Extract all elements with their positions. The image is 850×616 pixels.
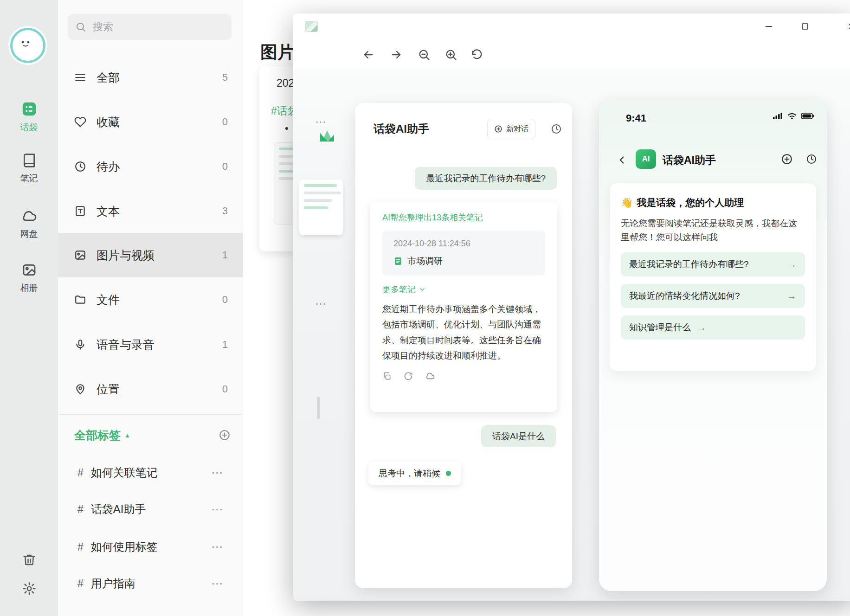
arrow-right-icon: → [787,259,797,270]
history-icon [806,154,817,165]
more-icon[interactable]: ⋯ [211,502,224,517]
clock-icon [74,160,86,173]
hash-icon: # [77,578,84,590]
suggestion-button: 知识管理是什么 → [621,315,805,340]
huadai-app-icon [21,101,37,117]
scrollbar-thumb [317,397,320,419]
search-input[interactable] [92,20,219,33]
maximize-button[interactable] [797,18,813,35]
suggestion-label: 我最近的情绪变化情况如何? [629,290,740,302]
cloud-icon [21,208,37,224]
note-doc-icon [393,257,403,266]
sidebar-item-audio[interactable]: 语音与录音 1 [58,322,243,367]
sidebar-item-images-videos[interactable]: 图片与视频 1 [58,233,243,277]
more-icon[interactable]: ⋯ [211,540,224,554]
viewer-titlebar[interactable] [293,13,850,39]
more-icon[interactable]: ⋯ [211,577,224,591]
hash-icon: # [77,541,84,553]
ai-response-card: AI帮您整理出13条相关笔记 2024-10-28 11:24:56 市场调研 … [370,202,557,412]
ai-answer-text: 您近期工作待办事项涵盖多个关键领域，包括市场调研、优化计划、与团队沟通需求、制定… [382,302,545,364]
tag-label: 话袋AI助手 [91,502,146,517]
tag-label: 如何使用标签 [91,539,158,554]
promo-app-logo [318,128,336,148]
welcome-card: 👋我是话袋，您的个人助理 无论您需要阅读笔记还是获取灵感，我都在这里帮您！您可以… [610,183,816,371]
tags-header-label: 全部标签 [74,428,121,443]
sidebar-item-count: 0 [222,383,228,395]
sidebar-item-label: 文件 [97,292,120,308]
tag-item[interactable]: # 话袋AI助手 ⋯ [58,491,243,528]
tag-item[interactable]: # 如何关联笔记 ⋯ [58,454,243,491]
related-note-card: 2024-10-28 11:24:56 市场调研 [382,231,545,276]
sidebar-item-text[interactable]: 文本 3 [58,189,243,233]
sidebar-item-label: 图片与视频 [97,248,155,263]
sidebar-item-count: 0 [222,116,228,128]
viewer-image: ⋯ ⋯ 话袋AI助手 新对话 [293,69,850,601]
sidebar-item-files[interactable]: 文件 0 [58,277,243,322]
search-icon [75,21,86,32]
rail-item-huadai[interactable]: 话袋 [0,101,58,134]
user-message: 话袋AI是什么 [481,425,556,447]
avatar[interactable] [10,28,45,63]
rail-item-label: 笔记 [0,173,58,185]
tag-item[interactable]: # 用户指南 ⋯ [58,565,243,602]
rail-item-cloud-disk[interactable]: 网盘 [0,208,58,240]
more-icon[interactable]: ⋯ [211,466,224,480]
zoom-out-icon[interactable] [417,48,431,62]
sidebar-divider [58,414,243,415]
tag-item[interactable]: # 如何使用标签 ⋯ [58,528,243,565]
sidebar-item-label: 收藏 [97,115,120,130]
related-note-title: 市场调研 [407,255,443,267]
zoom-in-icon[interactable] [444,48,458,62]
rail-item-notes[interactable]: 笔记 [0,153,58,185]
settings-button[interactable] [0,582,58,597]
promo-desktop-chat: 话袋AI助手 新对话 最近我记录的工作待办有哪些? AI帮您整理出13条相关笔记… [355,103,572,588]
sidebar-item-count: 3 [222,205,228,217]
note-list-thumbnail [299,180,343,235]
arrow-right-icon: → [696,322,706,333]
sidebar-item-all[interactable]: 全部 5 [58,55,243,100]
sidebar-item-favorites[interactable]: 收藏 0 [58,100,243,144]
sidebar-item-count: 5 [222,71,228,83]
close-button[interactable] [843,18,850,35]
status-icons [773,112,815,120]
chevron-left-icon [616,154,628,166]
wave-emoji: 👋 [621,197,633,208]
user-message: 最近我记录的工作待办有哪些? [415,167,557,190]
viewer-toolbar [293,39,850,69]
signal-icon [773,112,783,120]
sidebar-item-location[interactable]: 位置 0 [58,367,243,411]
arrow-right-icon: → [787,290,797,302]
ai-badge: AI [636,149,656,169]
album-icon [22,263,37,277]
sidebar-item-todo[interactable]: 待办 0 [58,144,243,189]
more-icon: ⋯ [315,116,327,128]
sidebar-item-count: 1 [222,339,228,351]
suggestion-button: 我最近的情绪变化情况如何? → [621,284,805,308]
rail-item-album[interactable]: 相册 [0,263,58,294]
hash-icon: # [77,503,84,516]
tags-header[interactable]: 全部标签 ▲ [58,420,243,450]
suggestion-label: 知识管理是什么 [629,321,691,334]
thinking-label: 思考中，请稍候 [379,468,440,480]
tag-label: 如何关联笔记 [91,465,158,480]
sidebar-item-count: 0 [222,294,228,306]
trash-button[interactable] [0,553,58,569]
status-dot [446,471,451,476]
welcome-body: 无论您需要阅读笔记还是获取灵感，我都在这里帮您！您可以这样问我 [621,217,805,245]
text-doc-icon [74,205,86,217]
more-icon: ⋯ [315,297,327,310]
search-box[interactable] [68,14,232,40]
minimize-button[interactable] [760,18,777,35]
sidebar-item-label: 位置 [97,382,120,397]
forward-icon[interactable] [389,48,403,62]
folder-icon [74,294,86,306]
rail-item-label: 相册 [0,282,58,294]
add-tag-button[interactable] [219,429,231,441]
related-note-date: 2024-10-28 11:24:56 [393,239,534,249]
tag-label: 用户指南 [91,576,135,591]
menu-icon [74,71,86,83]
rotate-icon[interactable] [470,48,484,62]
book-icon [22,153,37,168]
sidebar-item-count: 1 [222,249,228,261]
back-icon[interactable] [361,48,375,62]
